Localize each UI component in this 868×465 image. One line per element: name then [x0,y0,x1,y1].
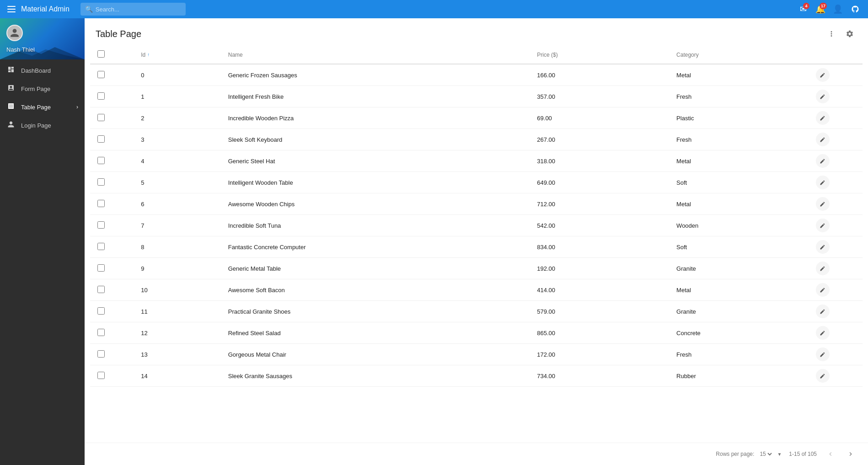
row-name: Generic Frozen Sausages [221,64,530,86]
header-action-col [809,46,863,64]
header-category-col[interactable]: Category [669,46,809,64]
sidebar-item-login[interactable]: Login Page [0,116,85,134]
row-category: Plastic [669,107,809,129]
row-checkbox[interactable] [97,329,105,336]
page-header: Table Page [85,18,868,46]
sidebar-item-table[interactable]: Table Page › [0,98,85,116]
edit-button[interactable] [816,326,830,340]
notif-badge: 17 [820,3,827,9]
row-price: 166.00 [530,64,669,86]
row-name: Fantastic Concrete Computer [221,236,530,258]
row-name: Intelligent Wooden Table [221,172,530,193]
next-page-button[interactable] [844,448,857,460]
account-button[interactable]: 👤 [830,2,845,16]
sidebar-item-form[interactable]: Form Page [0,80,85,98]
row-id: 13 [134,344,220,365]
row-checkbox[interactable] [97,264,105,272]
row-id: 0 [134,64,220,86]
rows-per-page: Rows per page: 15 25 50 ▼ [716,450,782,458]
sidebar-username: Nash Thiel [6,46,35,53]
table-icon [6,102,16,112]
row-category: Fresh [669,344,809,365]
row-checkbox-cell [90,193,134,215]
search-bar[interactable]: 🔍 [80,3,186,16]
page-title: Table Page [96,29,141,39]
edit-button[interactable] [816,283,830,297]
row-checkbox[interactable] [97,178,105,186]
row-checkbox[interactable] [97,307,105,315]
rows-per-page-select[interactable]: 15 25 50 [758,450,773,458]
row-checkbox-cell [90,64,134,86]
row-action [809,64,863,86]
row-checkbox-cell [90,129,134,150]
edit-button[interactable] [816,90,830,103]
row-checkbox[interactable] [97,71,105,78]
row-checkbox-cell [90,344,134,365]
edit-button[interactable] [816,305,830,318]
edit-button[interactable] [816,111,830,125]
row-id: 2 [134,107,220,129]
avatar [6,25,23,41]
search-input[interactable] [96,6,181,13]
menu-button[interactable] [5,4,17,14]
row-id: 9 [134,258,220,279]
row-id: 11 [134,301,220,322]
edit-button[interactable] [816,347,830,361]
table-row: 10 Awesome Soft Bacon 414.00 Metal [90,279,863,301]
table-container: Id ↑ Name Price ($) Category [85,46,868,443]
row-checkbox[interactable] [97,372,105,379]
edit-button[interactable] [816,176,830,189]
app-bar: Material Admin 🔍 ✉ 4 🔔 17 👤 [0,0,868,18]
row-category: Fresh [669,129,809,150]
row-checkbox-cell [90,150,134,172]
edit-button[interactable] [816,219,830,232]
edit-button[interactable] [816,133,830,146]
edit-button[interactable] [816,197,830,211]
row-checkbox[interactable] [97,243,105,250]
row-checkbox[interactable] [97,221,105,229]
row-checkbox[interactable] [97,114,105,121]
edit-button[interactable] [816,68,830,82]
row-name: Sleek Granite Sausages [221,365,530,387]
row-id: 10 [134,279,220,301]
github-button[interactable] [848,2,863,16]
header-name-col[interactable]: Name [221,46,530,64]
table-header: Id ↑ Name Price ($) Category [90,46,863,64]
pagination-range: 1-15 of 105 [789,451,817,457]
settings-button[interactable] [842,27,857,41]
row-action [809,322,863,344]
sidebar-item-dashboard[interactable]: DashBoard [0,61,85,80]
edit-button[interactable] [816,369,830,383]
dashboard-icon [6,66,16,75]
edit-button[interactable] [816,154,830,168]
header-price-col[interactable]: Price ($) [530,46,669,64]
row-checkbox[interactable] [97,350,105,358]
prev-page-button[interactable] [824,448,837,460]
select-all-checkbox[interactable] [97,50,105,58]
row-id: 7 [134,215,220,236]
header-id-col[interactable]: Id ↑ [134,46,220,64]
row-name: Generic Steel Hat [221,150,530,172]
row-checkbox[interactable] [97,200,105,207]
edit-button[interactable] [816,240,830,254]
table-row: 14 Sleek Granite Sausages 734.00 Rubber [90,365,863,387]
row-category: Soft [669,172,809,193]
table-row: 4 Generic Steel Hat 318.00 Metal [90,150,863,172]
edit-button[interactable] [816,262,830,275]
table-row: 7 Incredible Soft Tuna 542.00 Wooden [90,215,863,236]
rows-per-page-label: Rows per page: [716,451,754,457]
notifications-button[interactable]: 🔔 17 [813,2,828,16]
row-checkbox-cell [90,301,134,322]
sidebar-item-login-label: Login Page [21,122,78,129]
row-checkbox-cell [90,172,134,193]
table-row: 0 Generic Frozen Sausages 166.00 Metal [90,64,863,86]
row-category: Metal [669,150,809,172]
main-content: Table Page [85,18,868,465]
row-checkbox[interactable] [97,286,105,293]
row-checkbox[interactable] [97,157,105,164]
row-checkbox[interactable] [97,92,105,100]
menu-dots-button[interactable] [824,27,839,41]
table-row: 11 Practical Granite Shoes 579.00 Granit… [90,301,863,322]
email-button[interactable]: ✉ 4 [796,2,810,16]
row-checkbox[interactable] [97,135,105,143]
